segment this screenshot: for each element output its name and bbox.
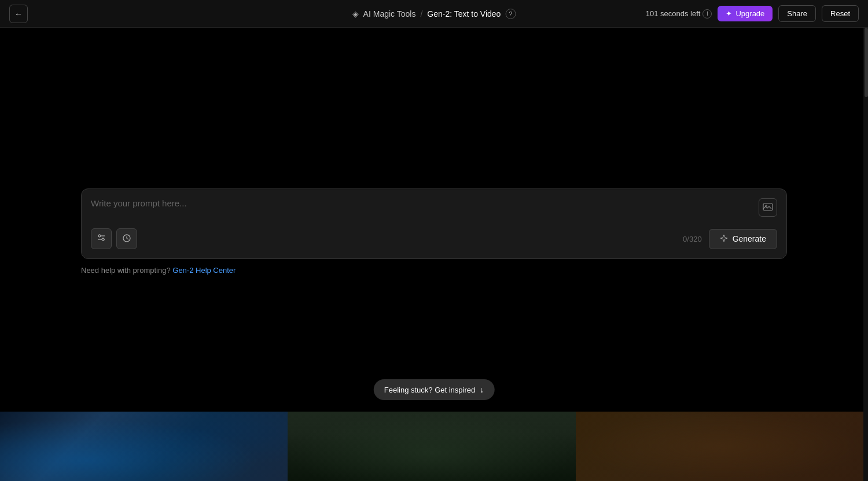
scrollbar[interactable] bbox=[863, 28, 868, 481]
generate-button[interactable]: Generate bbox=[709, 229, 777, 249]
main-content: 0/320 Generate Need help with prompting?… bbox=[0, 28, 868, 481]
prompt-tools-right: 0/320 Generate bbox=[683, 229, 777, 249]
back-icon: ← bbox=[14, 9, 23, 18]
help-prompt-text: Need help with prompting? bbox=[81, 266, 171, 275]
upgrade-label: Upgrade bbox=[735, 9, 764, 18]
help-text: Need help with prompting? Gen-2 Help Cen… bbox=[81, 266, 787, 275]
prompt-input-area bbox=[91, 198, 777, 221]
header-breadcrumb: ◈ AI Magic Tools / Gen-2: Text to Video … bbox=[352, 9, 516, 19]
prompt-tools-left bbox=[91, 228, 137, 249]
arrow-down-icon: ↓ bbox=[480, 385, 484, 394]
timer-info-icon[interactable]: i bbox=[703, 9, 712, 18]
svg-point-5 bbox=[102, 238, 104, 240]
feeling-stuck-text: Feeling stuck? Get inspired bbox=[384, 386, 476, 394]
generate-icon bbox=[720, 234, 728, 244]
feeling-stuck-tooltip[interactable]: Feeling stuck? Get inspired ↓ bbox=[374, 379, 495, 400]
history-button[interactable] bbox=[116, 228, 137, 249]
reset-button[interactable]: Reset bbox=[822, 5, 859, 22]
upgrade-button[interactable]: ✦ Upgrade bbox=[718, 6, 773, 21]
scrollbar-thumb[interactable] bbox=[865, 28, 868, 97]
header-left: ← bbox=[9, 5, 28, 23]
back-button[interactable]: ← bbox=[9, 5, 28, 23]
share-button[interactable]: Share bbox=[778, 5, 816, 22]
breadcrumb-current-page: Gen-2: Text to Video bbox=[427, 9, 501, 18]
app-header: ← ◈ AI Magic Tools / Gen-2: Text to Vide… bbox=[0, 0, 868, 28]
generate-label: Generate bbox=[733, 234, 766, 243]
prompt-container: 0/320 Generate Need help with prompting?… bbox=[81, 188, 787, 275]
image-upload-icon bbox=[763, 202, 773, 214]
reset-label: Reset bbox=[830, 9, 850, 18]
gallery-item-3[interactable] bbox=[576, 412, 863, 481]
svg-point-3 bbox=[98, 235, 101, 237]
gallery-item-2[interactable] bbox=[288, 412, 575, 481]
prompt-textarea[interactable] bbox=[91, 198, 754, 221]
prompt-toolbar: 0/320 Generate bbox=[91, 228, 777, 249]
brand-icon: ◈ bbox=[352, 9, 359, 18]
help-icon[interactable]: ? bbox=[505, 9, 516, 19]
sliders-icon bbox=[97, 234, 106, 245]
help-link[interactable]: Gen-2 Help Center bbox=[172, 266, 236, 275]
upgrade-icon: ✦ bbox=[726, 9, 732, 18]
timer-label: 101 seconds left bbox=[646, 9, 701, 18]
clock-icon bbox=[122, 234, 131, 245]
settings-button[interactable] bbox=[91, 228, 112, 249]
image-upload-button[interactable] bbox=[759, 198, 777, 217]
char-counter: 0/320 bbox=[683, 235, 702, 243]
gallery-item-1[interactable] bbox=[0, 412, 288, 481]
prompt-box: 0/320 Generate bbox=[81, 188, 787, 259]
svg-line-8 bbox=[127, 238, 128, 239]
header-right: 101 seconds left i ✦ Upgrade Share Reset bbox=[646, 5, 859, 22]
gallery-section bbox=[0, 412, 863, 481]
share-label: Share bbox=[787, 9, 807, 18]
timer-display: 101 seconds left i bbox=[646, 9, 712, 18]
breadcrumb-magic-tools[interactable]: AI Magic Tools bbox=[363, 9, 416, 18]
breadcrumb-separator: / bbox=[420, 9, 422, 18]
